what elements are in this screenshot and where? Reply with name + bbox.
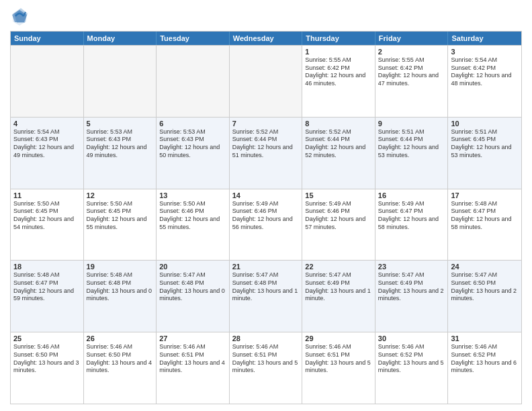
day-number: 21 [232,263,300,271]
day-info: Sunrise: 5:55 AMSunset: 6:42 PMDaylight:… [378,56,445,88]
day-cell-30: 30Sunrise: 5:46 AMSunset: 6:52 PMDayligh… [375,332,449,404]
day-info: Sunrise: 5:55 AMSunset: 6:42 PMDaylight:… [305,56,372,88]
day-info: Sunrise: 5:49 AMSunset: 6:46 PMDaylight:… [232,200,300,232]
day-info: Sunrise: 5:46 AMSunset: 6:50 PMDaylight:… [13,343,81,375]
day-number: 12 [87,191,154,199]
day-cell-25: 25Sunrise: 5:46 AMSunset: 6:50 PMDayligh… [11,332,84,404]
day-cell-31: 31Sunrise: 5:46 AMSunset: 6:52 PMDayligh… [448,332,521,404]
empty-cell [11,46,84,117]
day-number: 19 [87,263,154,271]
day-cell-2: 2Sunrise: 5:55 AMSunset: 6:42 PMDaylight… [375,46,449,117]
day-number: 28 [232,334,300,342]
day-cell-16: 16Sunrise: 5:49 AMSunset: 6:47 PMDayligh… [375,189,449,261]
day-info: Sunrise: 5:50 AMSunset: 6:45 PMDaylight:… [87,200,154,232]
day-number: 5 [87,120,154,128]
day-cell-21: 21Sunrise: 5:47 AMSunset: 6:48 PMDayligh… [230,261,303,332]
day-info: Sunrise: 5:47 AMSunset: 6:48 PMDaylight:… [232,271,300,303]
header-monday: Monday [84,32,157,45]
header-thursday: Thursday [302,32,375,45]
day-info: Sunrise: 5:49 AMSunset: 6:47 PMDaylight:… [378,200,445,232]
day-info: Sunrise: 5:48 AMSunset: 6:48 PMDaylight:… [87,271,154,303]
day-info: Sunrise: 5:54 AMSunset: 6:42 PMDaylight:… [451,56,519,88]
day-number: 10 [451,120,519,128]
day-number: 15 [305,191,372,199]
day-number: 17 [451,191,519,199]
day-info: Sunrise: 5:52 AMSunset: 6:44 PMDaylight:… [305,128,372,160]
day-cell-11: 11Sunrise: 5:50 AMSunset: 6:45 PMDayligh… [11,189,84,261]
day-number: 11 [13,191,81,199]
day-number: 2 [378,48,445,56]
day-number: 9 [378,120,445,128]
day-cell-14: 14Sunrise: 5:49 AMSunset: 6:46 PMDayligh… [230,189,303,261]
day-cell-4: 4Sunrise: 5:54 AMSunset: 6:43 PMDaylight… [11,118,84,189]
day-number: 1 [305,48,372,56]
day-info: Sunrise: 5:46 AMSunset: 6:51 PMDaylight:… [232,343,300,375]
day-cell-18: 18Sunrise: 5:48 AMSunset: 6:47 PMDayligh… [11,261,84,332]
day-number: 14 [232,191,300,199]
day-number: 22 [305,263,372,271]
day-cell-8: 8Sunrise: 5:52 AMSunset: 6:44 PMDaylight… [302,118,375,189]
header [10,7,522,26]
day-info: Sunrise: 5:54 AMSunset: 6:43 PMDaylight:… [13,128,81,160]
calendar-row-4: 18Sunrise: 5:48 AMSunset: 6:47 PMDayligh… [11,260,521,332]
day-info: Sunrise: 5:51 AMSunset: 6:44 PMDaylight:… [378,128,445,160]
day-cell-3: 3Sunrise: 5:54 AMSunset: 6:42 PMDaylight… [448,46,521,117]
day-cell-23: 23Sunrise: 5:47 AMSunset: 6:49 PMDayligh… [375,261,449,332]
logo [10,7,32,26]
day-cell-12: 12Sunrise: 5:50 AMSunset: 6:45 PMDayligh… [84,189,157,261]
day-cell-9: 9Sunrise: 5:51 AMSunset: 6:44 PMDaylight… [375,118,449,189]
day-cell-22: 22Sunrise: 5:47 AMSunset: 6:49 PMDayligh… [302,261,375,332]
day-info: Sunrise: 5:46 AMSunset: 6:51 PMDaylight:… [159,343,226,375]
calendar-row-3: 11Sunrise: 5:50 AMSunset: 6:45 PMDayligh… [11,189,521,261]
day-cell-10: 10Sunrise: 5:51 AMSunset: 6:45 PMDayligh… [448,118,521,189]
day-cell-17: 17Sunrise: 5:48 AMSunset: 6:47 PMDayligh… [448,189,521,261]
day-number: 8 [305,120,372,128]
page: SundayMondayTuesdayWednesdayThursdayFrid… [0,0,532,411]
calendar-row-2: 4Sunrise: 5:54 AMSunset: 6:43 PMDaylight… [11,117,521,189]
calendar-header: SundayMondayTuesdayWednesdayThursdayFrid… [11,32,521,45]
day-number: 26 [87,334,154,342]
day-number: 27 [159,334,226,342]
header-tuesday: Tuesday [157,32,230,45]
day-cell-6: 6Sunrise: 5:53 AMSunset: 6:43 PMDaylight… [157,118,230,189]
day-number: 23 [378,263,445,271]
day-number: 20 [159,263,226,271]
day-info: Sunrise: 5:49 AMSunset: 6:46 PMDaylight:… [305,200,372,232]
day-info: Sunrise: 5:50 AMSunset: 6:45 PMDaylight:… [13,200,81,232]
day-info: Sunrise: 5:52 AMSunset: 6:44 PMDaylight:… [232,128,300,160]
day-number: 30 [378,334,445,342]
day-info: Sunrise: 5:46 AMSunset: 6:50 PMDaylight:… [87,343,154,375]
day-cell-1: 1Sunrise: 5:55 AMSunset: 6:42 PMDaylight… [302,46,375,117]
day-number: 3 [451,48,519,56]
day-info: Sunrise: 5:47 AMSunset: 6:50 PMDaylight:… [451,271,519,303]
day-info: Sunrise: 5:50 AMSunset: 6:46 PMDaylight:… [159,200,226,232]
day-cell-13: 13Sunrise: 5:50 AMSunset: 6:46 PMDayligh… [157,189,230,261]
day-cell-19: 19Sunrise: 5:48 AMSunset: 6:48 PMDayligh… [84,261,157,332]
day-cell-7: 7Sunrise: 5:52 AMSunset: 6:44 PMDaylight… [230,118,303,189]
day-number: 31 [451,334,519,342]
day-info: Sunrise: 5:47 AMSunset: 6:48 PMDaylight:… [159,271,226,303]
header-friday: Friday [375,32,449,45]
day-number: 24 [451,263,519,271]
day-number: 29 [305,334,372,342]
calendar-row-1: 1Sunrise: 5:55 AMSunset: 6:42 PMDaylight… [11,45,521,117]
day-number: 25 [13,334,81,342]
empty-cell [84,46,157,117]
day-number: 13 [159,191,226,199]
day-cell-24: 24Sunrise: 5:47 AMSunset: 6:50 PMDayligh… [448,261,521,332]
day-info: Sunrise: 5:53 AMSunset: 6:43 PMDaylight:… [159,128,226,160]
day-cell-15: 15Sunrise: 5:49 AMSunset: 6:46 PMDayligh… [302,189,375,261]
day-number: 7 [232,120,300,128]
calendar: SundayMondayTuesdayWednesdayThursdayFrid… [10,31,522,404]
day-info: Sunrise: 5:48 AMSunset: 6:47 PMDaylight:… [451,200,519,232]
day-info: Sunrise: 5:53 AMSunset: 6:43 PMDaylight:… [87,128,154,160]
day-number: 6 [159,120,226,128]
day-info: Sunrise: 5:46 AMSunset: 6:52 PMDaylight:… [451,343,519,375]
empty-cell [230,46,303,117]
header-saturday: Saturday [448,32,521,45]
day-cell-28: 28Sunrise: 5:46 AMSunset: 6:51 PMDayligh… [230,332,303,404]
header-sunday: Sunday [11,32,84,45]
day-info: Sunrise: 5:48 AMSunset: 6:47 PMDaylight:… [13,271,81,303]
day-info: Sunrise: 5:51 AMSunset: 6:45 PMDaylight:… [451,128,519,160]
day-number: 16 [378,191,445,199]
